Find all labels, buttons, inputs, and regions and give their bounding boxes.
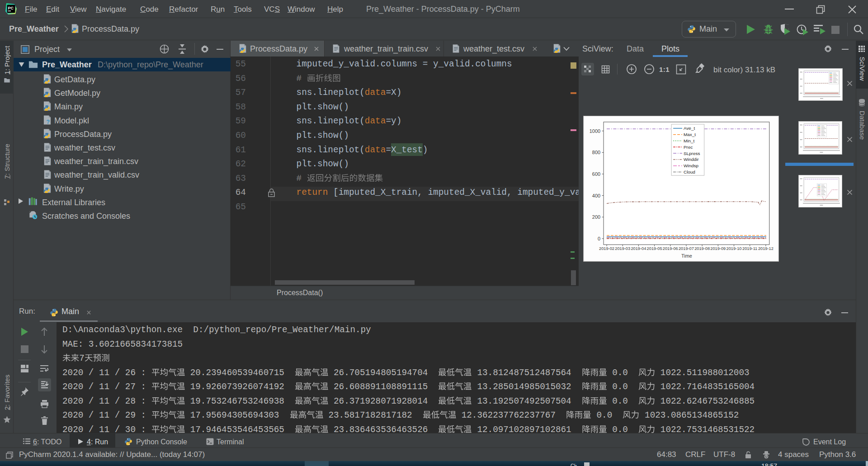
- svg-text:2019-07: 2019-07: [679, 246, 694, 251]
- svg-text:2019-03: 2019-03: [615, 246, 630, 251]
- svg-text:?: ?: [46, 118, 50, 125]
- svg-text:Windsp: Windsp: [684, 163, 699, 168]
- svg-text:2019-09: 2019-09: [710, 246, 726, 251]
- svg-text:2019-10: 2019-10: [726, 246, 742, 251]
- svg-text:Max_t: Max_t: [684, 132, 696, 137]
- svg-text:Time: Time: [681, 253, 692, 259]
- svg-text:PC: PC: [8, 6, 14, 10]
- svg-text:2019-05: 2019-05: [647, 246, 662, 251]
- svg-text:Ave_t: Ave_t: [684, 126, 695, 131]
- svg-text:800: 800: [592, 150, 600, 155]
- svg-text:2019-12: 2019-12: [758, 246, 774, 251]
- svg-text:Cloud: Cloud: [684, 169, 695, 174]
- svg-text:0: 0: [598, 236, 600, 241]
- svg-text:2019-04: 2019-04: [631, 246, 646, 251]
- svg-text:SLpress: SLpress: [684, 151, 700, 156]
- svg-text:600: 600: [592, 171, 600, 177]
- svg-text:2019-08: 2019-08: [694, 246, 710, 251]
- svg-text:400: 400: [592, 193, 600, 198]
- svg-text:Winddir: Winddir: [684, 157, 699, 162]
- svg-text:Min_t: Min_t: [684, 138, 695, 143]
- svg-text:2019-02: 2019-02: [599, 246, 614, 251]
- svg-text:Prec: Prec: [684, 145, 693, 150]
- svg-text:200: 200: [592, 214, 600, 220]
- svg-text:2019-06: 2019-06: [663, 246, 678, 251]
- svg-text:2019-11: 2019-11: [742, 246, 757, 251]
- svg-text:1000: 1000: [590, 128, 600, 134]
